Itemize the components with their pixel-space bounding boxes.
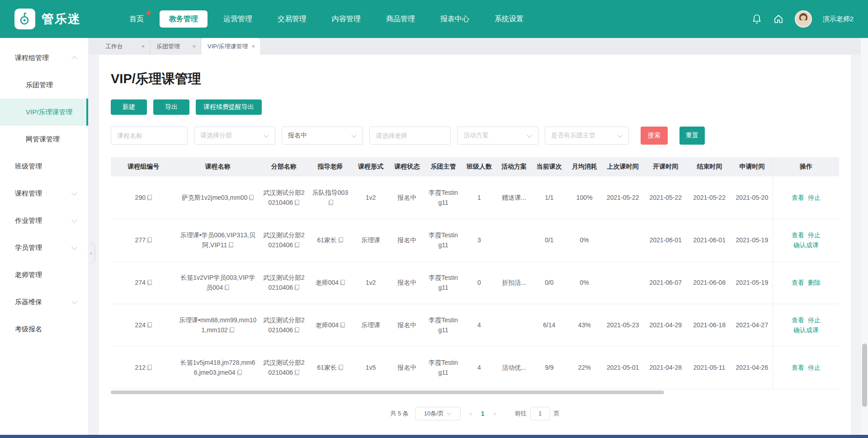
course-table: 课程组编号 课程名称 分部名称 指导老师 课程形式 课程状态 乐团主管 班级人数… [111,157,839,394]
nav-item-transactions[interactable]: 交易管理 [268,10,316,28]
sidebar-item-grade-exam-signup[interactable]: 考级报名 [0,316,88,343]
chevron-down-icon [617,132,622,137]
total-count: 共 5 条 [390,410,408,418]
confirm-link[interactable]: 确认成课 [793,241,819,249]
tab-bar: 工作台× 乐团管理× VIP/乐理课管理× [88,38,868,55]
nav-item-reports[interactable]: 报表中心 [431,10,479,28]
copy-icon[interactable] [295,200,299,205]
content-card: VIP/乐理课管理 新建 导出 课程续费提醒导出 请选择分部 报名中 活动方案 … [99,55,851,435]
renewal-export-button[interactable]: 课程续费提醒导出 [196,99,262,115]
sidebar-item-instrument-maintenance[interactable]: 乐器维保 [0,288,88,316]
vertical-scrollbar [860,38,868,438]
copy-icon[interactable] [229,242,233,248]
stop-link[interactable]: 停止 [808,364,821,371]
sidebar-item-student-mgmt[interactable]: 学员管理 [0,234,88,261]
view-link[interactable]: 查看 [792,231,804,239]
activity-plan-select[interactable]: 活动方案 [457,127,538,145]
sidebar-menu: 课程组管理 乐团管理 VIP/乐理课管理 网管课管理 班级管理 课程管理 作业管… [0,38,88,343]
view-link[interactable]: 查看 [792,364,804,371]
copy-icon[interactable] [237,370,242,375]
sidebar: 课程组管理 乐团管理 VIP/乐理课管理 网管课管理 班级管理 课程管理 作业管… [0,38,88,438]
sidebar-item-teacher-mgmt[interactable]: 老师管理 [0,261,88,288]
next-page-button[interactable]: › [494,410,496,417]
sidebar-item-course-group-mgmt[interactable]: 课程组管理 [0,44,88,71]
copy-icon[interactable] [295,242,299,248]
chevron-down-icon [527,132,532,137]
copy-icon[interactable] [295,370,299,375]
close-icon[interactable]: × [141,43,145,49]
tab-band-mgmt[interactable]: 乐团管理× [150,38,201,55]
page-title: VIP/乐理课管理 [111,70,839,88]
goto-page-input[interactable] [530,407,550,420]
chevron-down-icon [71,190,77,196]
nav-item-operations[interactable]: 运营管理 [214,10,262,28]
window-bottom-edge [0,435,868,438]
user-avatar[interactable] [795,10,812,28]
copy-icon[interactable] [295,285,299,290]
reset-button[interactable]: 重置 [679,127,705,145]
copy-icon[interactable] [147,365,152,370]
home-icon[interactable] [773,14,784,24]
bell-icon[interactable] [751,14,762,24]
sidebar-collapse-handle[interactable]: ‹ [88,242,94,263]
chevron-down-icon [264,132,269,137]
stop-link[interactable]: 停止 [808,231,821,239]
copy-icon[interactable] [249,195,254,200]
sidebar-item-course-mgmt[interactable]: 课程管理 [0,180,88,207]
close-icon[interactable]: × [192,43,196,49]
copy-icon[interactable] [329,200,333,205]
copy-icon[interactable] [340,280,345,285]
stop-link[interactable]: 停止 [808,194,821,201]
branch-select[interactable]: 请选择分部 [194,127,275,145]
copy-icon[interactable] [295,327,299,333]
copy-icon[interactable] [147,280,152,285]
course-status-select[interactable]: 报名中 [282,127,363,145]
new-button[interactable]: 新建 [111,99,147,115]
toolbar: 新建 导出 课程续费提醒导出 [111,99,839,115]
view-link[interactable]: 查看 [792,279,804,286]
page-size-select[interactable]: 10条/页 [415,407,461,420]
sidebar-item-vip-theory-mgmt[interactable]: VIP/乐理课管理 [0,99,88,126]
copy-icon[interactable] [147,322,152,328]
top-bar: 管乐迷 首页 教务管理 运营管理 交易管理 内容管理 商品管理 报表中心 系统设… [0,0,868,38]
confirm-link[interactable]: 确认成课 [793,326,819,334]
tab-vip-theory-mgmt[interactable]: VIP/乐理课管理× [201,38,260,55]
copy-icon[interactable] [147,195,152,200]
chevron-down-icon [447,410,451,415]
copy-icon[interactable] [339,365,343,370]
copy-icon[interactable] [339,237,343,243]
current-page[interactable]: 1 [481,410,485,417]
view-link[interactable]: 查看 [792,194,804,201]
nav-item-home[interactable]: 首页 [120,10,153,28]
app-window: 管乐迷 首页 教务管理 运营管理 交易管理 内容管理 商品管理 报表中心 系统设… [0,0,868,438]
delete-link[interactable]: 删除 [808,279,821,286]
vertical-scrollbar-thumb[interactable] [862,344,867,407]
copy-icon[interactable] [230,327,234,333]
nav-item-products[interactable]: 商品管理 [377,10,425,28]
filter-bar: 请选择分部 报名中 活动方案 是否有乐团主管 搜索 重置 [111,127,839,145]
notification-dot [146,11,151,15]
sidebar-item-homework-mgmt[interactable]: 作业管理 [0,207,88,234]
sidebar-item-online-course-mgmt[interactable]: 网管课管理 [0,126,88,153]
teacher-input[interactable] [369,127,451,145]
close-icon[interactable]: × [252,43,255,49]
horizontal-scrollbar-thumb[interactable] [111,391,664,394]
copy-icon[interactable] [340,322,345,328]
export-button[interactable]: 导出 [153,99,189,115]
sidebar-item-band-mgmt[interactable]: 乐团管理 [0,71,88,99]
table-row: 277 乐理课•学员006,VIP313,贝阿,VIP11 武汉测试分部2021… [111,219,839,261]
tab-workbench[interactable]: 工作台× [99,38,150,55]
nav-item-academic[interactable]: 教务管理 [160,10,208,28]
sidebar-item-class-mgmt[interactable]: 班级管理 [0,153,88,180]
nav-item-content[interactable]: 内容管理 [322,10,370,28]
band-manager-select[interactable]: 是否有乐团主管 [545,127,629,145]
view-link[interactable]: 查看 [792,316,804,324]
copy-icon[interactable] [225,285,229,290]
main-area: 工作台× 乐团管理× VIP/乐理课管理× VIP/乐理课管理 新建 导出 课程… [88,38,868,438]
prev-page-button[interactable]: ‹ [470,410,472,417]
copy-icon[interactable] [147,237,152,243]
stop-link[interactable]: 停止 [808,316,821,324]
course-name-input[interactable] [111,127,188,145]
nav-item-settings[interactable]: 系统设置 [485,10,533,28]
search-button[interactable]: 搜索 [641,127,668,145]
